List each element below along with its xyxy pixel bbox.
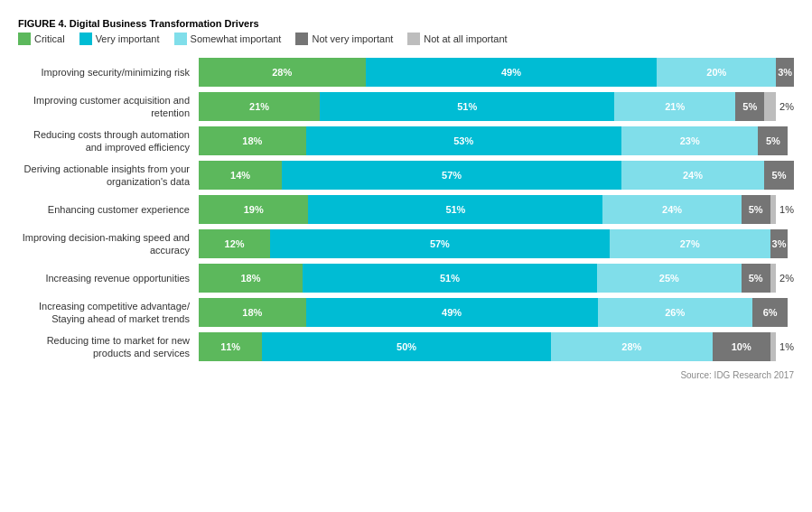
bar-segment-critical: 12% [199, 229, 270, 258]
bar-segment-very: 51% [308, 195, 602, 224]
table-row: Increasing revenue opportunities18%51%25… [18, 264, 794, 293]
bar-container: 12%57%27%3% [199, 229, 794, 258]
bar-segment-somewhat: 23% [621, 126, 759, 155]
legend-label-notvery: Not very important [312, 33, 393, 44]
bar-segment-critical: 18% [199, 126, 306, 155]
bar-segment-very: 57% [270, 229, 610, 258]
bar-segment-notvery: 3% [770, 229, 789, 258]
bar-segment-notatall [770, 195, 776, 224]
table-row: Deriving actionable insights from your o… [18, 161, 794, 190]
bar-segment-somewhat: 25% [597, 264, 742, 293]
bar-segment-notvery: 6% [752, 298, 789, 327]
legend-item-somewhat: Somewhat important [174, 33, 282, 45]
after-bar-label: 2% [779, 273, 794, 284]
bar-segment-somewhat: 21% [614, 92, 735, 121]
legend-color-somewhat [174, 33, 187, 45]
bar-segment-somewhat: 20% [657, 58, 776, 87]
bar-segment-critical: 14% [199, 161, 282, 190]
bar-container: 18%49%26%6% [199, 298, 794, 327]
bar-segment-very: 49% [306, 298, 598, 327]
bar-container: 21%51%21%5% [199, 92, 776, 121]
table-row: Enhancing customer experience19%51%24%5%… [18, 195, 794, 224]
table-row: Increasing competitive advantage/ Stayin… [18, 298, 794, 327]
table-row: Reducing time to market for new products… [18, 332, 794, 361]
bar-container: 19%51%24%5% [199, 195, 776, 224]
table-row: Improving customer acquisition and reten… [18, 92, 794, 121]
bar-segment-very: 57% [282, 161, 621, 190]
bar-segment-very: 53% [306, 126, 621, 155]
bar-segment-critical: 28% [199, 58, 366, 87]
bar-container: 18%53%23%5% [199, 126, 794, 155]
bar-segment-very: 51% [303, 264, 597, 293]
row-label: Improving decision-making speed and accu… [18, 231, 199, 257]
bar-segment-somewhat: 24% [602, 195, 741, 224]
bar-segment-notvery: 5% [742, 264, 770, 293]
row-label: Enhancing customer experience [18, 203, 199, 216]
bar-segment-critical: 11% [199, 332, 262, 361]
bar-segment-notatall [770, 332, 776, 361]
bar-segment-somewhat: 26% [598, 298, 752, 327]
bar-container: 11%50%28%10% [199, 332, 776, 361]
bar-segment-notvery: 5% [742, 195, 770, 224]
figure-label: FIGURE 4. Digital Business Transformatio… [18, 18, 794, 29]
bar-container: 14%57%24%5% [199, 161, 794, 190]
bar-segment-notatall [764, 92, 776, 121]
legend-label-notatall: Not at all important [424, 33, 507, 44]
bar-segment-notvery: 5% [764, 161, 794, 190]
bar-container: 28%49%20%3% [199, 58, 794, 87]
after-bar-label: 1% [779, 204, 794, 215]
legend-color-very [79, 33, 92, 45]
legend-color-notatall [407, 33, 420, 45]
table-row: Improving security/minimizing risk28%49%… [18, 58, 794, 87]
legend-item-notvery: Not very important [295, 33, 393, 45]
legend-label-very: Very important [96, 33, 160, 44]
legend: CriticalVery importantSomewhat important… [18, 33, 794, 45]
legend-label-critical: Critical [34, 33, 65, 44]
legend-item-very: Very important [79, 33, 160, 45]
row-label: Increasing competitive advantage/ Stayin… [18, 300, 199, 326]
bar-segment-very: 49% [366, 58, 658, 87]
row-label: Reducing costs through automation and im… [18, 128, 199, 154]
row-label: Deriving actionable insights from your o… [18, 163, 199, 189]
bar-container: 18%51%25%5% [199, 264, 776, 293]
bar-segment-critical: 21% [199, 92, 320, 121]
legend-item-critical: Critical [18, 33, 65, 45]
bar-segment-notvery: 5% [758, 126, 788, 155]
bar-segment-notvery: 5% [735, 92, 764, 121]
row-label: Improving security/minimizing risk [18, 66, 199, 79]
row-label: Reducing time to market for new products… [18, 334, 199, 360]
row-label: Increasing revenue opportunities [18, 272, 199, 284]
chart-area: Improving security/minimizing risk28%49%… [18, 58, 794, 361]
bar-segment-critical: 18% [199, 264, 303, 293]
after-bar-label: 2% [779, 101, 794, 112]
source-label: Source: IDG Research 2017 [18, 370, 794, 380]
legend-item-notatall: Not at all important [407, 33, 507, 45]
after-bar-label: 1% [779, 341, 794, 352]
row-label: Improving customer acquisition and reten… [18, 94, 199, 120]
bar-segment-very: 51% [320, 92, 614, 121]
bar-segment-very: 50% [262, 332, 551, 361]
bar-segment-somewhat: 28% [551, 332, 713, 361]
bar-segment-notatall [770, 264, 776, 293]
table-row: Improving decision-making speed and accu… [18, 229, 794, 258]
legend-label-somewhat: Somewhat important [191, 33, 282, 44]
table-row: Reducing costs through automation and im… [18, 126, 794, 155]
bar-segment-somewhat: 24% [621, 161, 764, 190]
bar-segment-notvery: 10% [713, 332, 770, 361]
bar-segment-critical: 18% [199, 298, 306, 327]
bar-segment-somewhat: 27% [610, 229, 770, 258]
legend-color-critical [18, 33, 31, 45]
bar-segment-notvery: 3% [776, 58, 794, 87]
bar-segment-critical: 19% [199, 195, 308, 224]
legend-color-notvery [295, 33, 308, 45]
